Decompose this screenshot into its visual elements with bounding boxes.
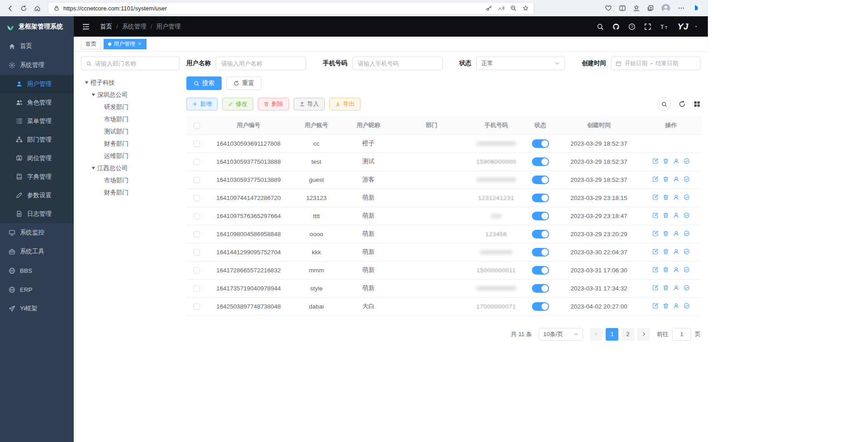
reset-password-icon[interactable] [673, 212, 679, 219]
assign-role-icon[interactable] [683, 176, 690, 182]
delete-row-icon[interactable] [663, 158, 669, 164]
github-icon[interactable] [612, 23, 620, 30]
page-button-2[interactable]: 2 [621, 328, 634, 341]
import-button[interactable]: 导入 [294, 98, 325, 110]
row-checkbox[interactable] [194, 159, 200, 165]
edit-button[interactable]: 修改 [222, 98, 253, 110]
sidebar-item-role[interactable]: 角色管理 [0, 93, 74, 112]
sidebar-item-dept[interactable]: 部门管理 [0, 130, 74, 149]
split-screen-icon[interactable] [619, 5, 626, 12]
edit-row-icon[interactable] [652, 194, 659, 200]
edit-row-icon[interactable] [652, 285, 659, 291]
status-select[interactable]: 正常 [476, 57, 565, 70]
status-toggle[interactable] [532, 284, 549, 293]
assign-role-icon[interactable] [683, 230, 690, 237]
breadcrumb-item-user[interactable]: 用户管理 [157, 23, 181, 31]
tree-node[interactable]: 财务部门 [81, 138, 180, 150]
favorites-icon[interactable] [633, 5, 640, 12]
browser-essentials-icon[interactable] [605, 5, 612, 12]
page-size-select[interactable]: 10条/页 [539, 328, 583, 341]
reload-button[interactable] [17, 2, 30, 14]
delete-button[interactable]: 删除 [258, 98, 289, 110]
sidebar-item-tool[interactable]: 系统工具 [0, 242, 74, 261]
assign-role-icon[interactable] [683, 194, 690, 200]
tree-node[interactable]: 运维部门 [81, 150, 180, 162]
status-toggle[interactable] [532, 230, 549, 238]
tree-node[interactable]: 橙子科技 [81, 76, 180, 89]
font-size-icon[interactable]: TT [660, 23, 669, 30]
sidebar-item-yiframe[interactable]: Yi框架 [0, 299, 74, 318]
edit-row-icon[interactable] [652, 176, 659, 182]
zoom-out-icon[interactable] [510, 5, 517, 11]
username-input[interactable] [216, 57, 306, 70]
column-settings-button[interactable] [693, 100, 701, 108]
tree-expand-icon[interactable] [83, 79, 90, 86]
refresh-table-button[interactable] [678, 100, 686, 108]
phone-input[interactable] [352, 57, 443, 70]
row-checkbox[interactable] [194, 267, 200, 274]
sidebar-item-param[interactable]: 参数设置 [0, 186, 74, 204]
assign-role-icon[interactable] [683, 285, 690, 291]
sidebar-item-monitor[interactable]: 系统监控 [0, 223, 74, 242]
favorite-star-icon[interactable] [522, 5, 529, 11]
edit-row-icon[interactable] [652, 158, 659, 164]
reset-password-icon[interactable] [673, 248, 679, 255]
reset-password-icon[interactable] [673, 266, 679, 273]
sidebar-item-home[interactable]: 首页 [0, 37, 74, 56]
home-button[interactable] [31, 2, 43, 14]
tree-expand-icon[interactable] [90, 164, 97, 172]
fullscreen-icon[interactable] [644, 23, 651, 30]
row-checkbox[interactable] [194, 249, 200, 256]
status-toggle[interactable] [532, 139, 549, 148]
delete-row-icon[interactable] [663, 176, 669, 182]
next-page-button[interactable] [637, 328, 650, 341]
sidebar-item-dict[interactable]: 字典管理 [0, 167, 74, 186]
row-checkbox[interactable] [194, 285, 200, 292]
delete-row-icon[interactable] [663, 230, 669, 237]
status-toggle[interactable] [532, 194, 549, 202]
row-checkbox[interactable] [194, 304, 200, 310]
row-checkbox[interactable] [194, 231, 200, 238]
tab-user-management[interactable]: 用户管理 [104, 39, 147, 49]
sidebar-item-log[interactable]: 日志管理 [0, 204, 74, 223]
select-all-checkbox[interactable] [194, 123, 200, 129]
sidebar-item-menu[interactable]: 菜单管理 [0, 112, 74, 130]
delete-row-icon[interactable] [663, 194, 669, 200]
status-toggle[interactable] [532, 176, 549, 184]
reset-password-icon[interactable] [673, 230, 679, 237]
reset-password-icon[interactable] [673, 158, 679, 164]
sidebar-item-system[interactable]: 系统管理 [0, 56, 74, 75]
delete-row-icon[interactable] [663, 212, 669, 219]
prev-page-button[interactable] [590, 328, 602, 341]
reset-password-icon[interactable] [673, 303, 679, 309]
tab-home[interactable]: 首页 [81, 39, 101, 49]
more-menu-icon[interactable] [678, 5, 685, 12]
delete-row-icon[interactable] [663, 285, 669, 291]
page-button-1[interactable]: 1 [606, 328, 618, 341]
tree-node[interactable]: 深圳总公司 [81, 89, 180, 101]
row-checkbox[interactable] [194, 213, 200, 219]
add-button[interactable]: 新增 [186, 98, 218, 110]
row-checkbox[interactable] [194, 177, 200, 183]
delete-row-icon[interactable] [663, 303, 669, 309]
reset-password-icon[interactable] [673, 285, 679, 291]
header-search-icon[interactable] [597, 23, 604, 30]
status-toggle[interactable] [532, 157, 549, 166]
edit-row-icon[interactable] [652, 230, 659, 237]
breadcrumb-item-system[interactable]: 系统管理 [122, 23, 147, 31]
edit-row-icon[interactable] [652, 266, 659, 273]
row-checkbox[interactable] [194, 141, 200, 147]
export-button[interactable]: 导出 [329, 98, 360, 110]
address-bar[interactable]: https://ccnetcore.com:1101/system/user A [48, 2, 534, 14]
sidebar-item-bbs[interactable]: BBS [0, 261, 74, 280]
assign-role-icon[interactable] [683, 158, 690, 164]
reset-button[interactable]: 重置 [226, 76, 261, 90]
tab-close-icon[interactable] [138, 42, 142, 46]
user-avatar[interactable]: YJ [678, 22, 688, 32]
edit-row-icon[interactable] [652, 248, 659, 255]
search-button[interactable]: 搜索 [186, 76, 222, 90]
assign-role-icon[interactable] [683, 303, 690, 309]
sidebar-item-user[interactable]: 用户管理 [0, 75, 74, 93]
delete-row-icon[interactable] [663, 266, 669, 273]
goto-page-input[interactable] [672, 328, 691, 341]
